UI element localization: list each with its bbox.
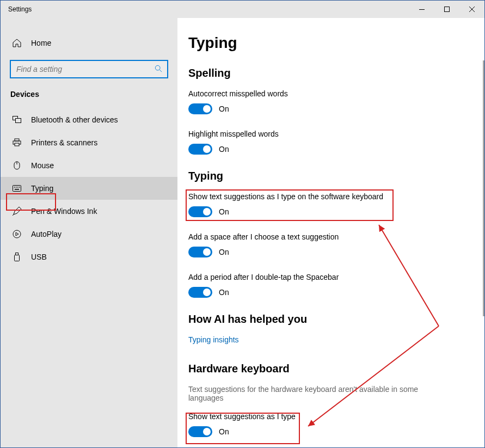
setting-autocorrect: Autocorrect misspelled words On bbox=[188, 89, 484, 114]
toggle-add-period[interactable] bbox=[188, 287, 212, 298]
close-button[interactable] bbox=[459, 1, 484, 18]
section-typing-heading: Typing bbox=[188, 170, 484, 182]
toggle-autocorrect[interactable] bbox=[188, 103, 212, 114]
svg-rect-5 bbox=[15, 139, 19, 141]
hardware-subtext: Text suggestions for the hardware keyboa… bbox=[188, 385, 439, 402]
main-panel: Typing Spelling Autocorrect misspelled w… bbox=[177, 18, 484, 447]
typing-insights-link[interactable]: Typing insights bbox=[188, 335, 484, 344]
svg-rect-10 bbox=[13, 186, 21, 192]
minimize-button[interactable] bbox=[409, 1, 434, 18]
toggle-add-space[interactable] bbox=[188, 247, 212, 257]
page-title: Typing bbox=[188, 34, 484, 52]
setting-label: Add a period after I double-tap the Spac… bbox=[188, 273, 484, 281]
sidebar-item-label: Bluetooth & other devices bbox=[31, 115, 118, 124]
toggle-state: On bbox=[219, 248, 229, 256]
setting-label: Autocorrect misspelled words bbox=[188, 89, 484, 98]
sidebar-item-autoplay[interactable]: AutoPlay bbox=[1, 223, 177, 246]
sidebar-item-label: Typing bbox=[31, 184, 53, 193]
section-spelling-heading: Spelling bbox=[188, 67, 484, 79]
toggle-state: On bbox=[219, 105, 229, 113]
sidebar-section-label: Devices bbox=[1, 90, 177, 108]
sidebar: Home Devices Bluetooth & other devices P… bbox=[1, 18, 177, 447]
sidebar-item-printers[interactable]: Printers & scanners bbox=[1, 131, 177, 154]
setting-add-period: Add a period after I double-tap the Spac… bbox=[188, 273, 484, 298]
printer-icon bbox=[13, 138, 21, 147]
sidebar-item-label: USB bbox=[31, 253, 47, 261]
setting-software-suggestions: Show text suggestions as I type on the s… bbox=[188, 192, 484, 217]
setting-label: Add a space after I choose a text sugges… bbox=[188, 232, 484, 241]
svg-rect-7 bbox=[15, 143, 19, 146]
home-icon bbox=[13, 39, 21, 47]
sidebar-item-label: Mouse bbox=[31, 161, 54, 170]
setting-label: Show text suggestions as I type on the s… bbox=[188, 192, 484, 201]
autoplay-icon bbox=[13, 230, 21, 238]
setting-add-space: Add a space after I choose a text sugges… bbox=[188, 232, 484, 257]
window-controls bbox=[409, 1, 484, 18]
maximize-button[interactable] bbox=[434, 1, 459, 18]
toggle-highlight[interactable] bbox=[188, 144, 212, 155]
usb-icon bbox=[13, 253, 21, 261]
toggle-state: On bbox=[219, 288, 229, 297]
svg-point-16 bbox=[13, 230, 21, 238]
scrollbar[interactable] bbox=[482, 18, 484, 447]
svg-rect-13 bbox=[17, 187, 19, 188]
svg-rect-4 bbox=[16, 119, 21, 123]
sidebar-item-mouse[interactable]: Mouse bbox=[1, 154, 177, 177]
svg-rect-14 bbox=[19, 187, 20, 188]
sidebar-item-label: Pen & Windows Ink bbox=[31, 207, 97, 216]
svg-rect-18 bbox=[15, 255, 20, 261]
setting-label: Show text suggestions as I type bbox=[188, 412, 484, 421]
titlebar: Settings bbox=[1, 1, 484, 18]
home-label: Home bbox=[31, 39, 51, 47]
svg-rect-17 bbox=[16, 253, 19, 255]
window-title: Settings bbox=[8, 5, 32, 13]
svg-rect-12 bbox=[16, 187, 17, 188]
svg-rect-15 bbox=[15, 189, 19, 190]
setting-highlight: Highlight misspelled words On bbox=[188, 130, 484, 155]
setting-label: Highlight misspelled words bbox=[188, 130, 484, 138]
svg-rect-11 bbox=[14, 187, 15, 188]
search-input[interactable] bbox=[10, 60, 168, 78]
toggle-state: On bbox=[219, 427, 229, 436]
scrollbar-thumb[interactable] bbox=[483, 60, 484, 316]
sidebar-item-usb[interactable]: USB bbox=[1, 246, 177, 268]
svg-rect-0 bbox=[419, 9, 425, 10]
toggle-hardware-suggestions[interactable] bbox=[188, 426, 212, 437]
toggle-software-suggestions[interactable] bbox=[188, 206, 212, 217]
toggle-state: On bbox=[219, 207, 229, 216]
mouse-icon bbox=[13, 161, 21, 170]
sidebar-item-label: Printers & scanners bbox=[31, 138, 97, 147]
sidebar-item-label: AutoPlay bbox=[31, 230, 62, 238]
sidebar-item-bluetooth[interactable]: Bluetooth & other devices bbox=[1, 108, 177, 131]
section-hardware-heading: Hardware keyboard bbox=[188, 363, 484, 375]
setting-hardware-suggestions: Show text suggestions as I type On bbox=[188, 412, 484, 437]
home-nav[interactable]: Home bbox=[1, 33, 177, 53]
devices-icon bbox=[13, 115, 21, 124]
pen-icon bbox=[13, 207, 21, 216]
sidebar-item-typing[interactable]: Typing bbox=[1, 177, 177, 200]
svg-rect-1 bbox=[445, 7, 450, 12]
section-ai-heading: How AI has helped you bbox=[188, 313, 484, 326]
keyboard-icon bbox=[13, 184, 21, 193]
sidebar-item-pen[interactable]: Pen & Windows Ink bbox=[1, 200, 177, 223]
toggle-state: On bbox=[219, 145, 229, 154]
